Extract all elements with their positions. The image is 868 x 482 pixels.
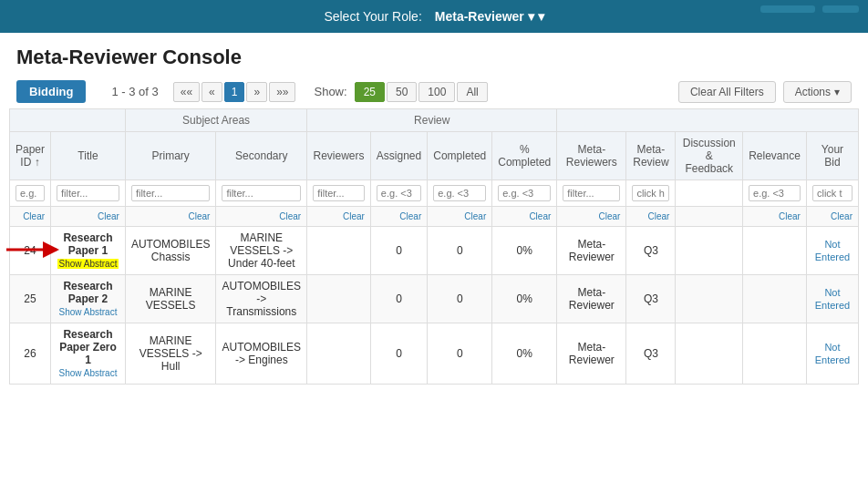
show-abstract-1[interactable]: Show Abstract <box>57 259 119 269</box>
clear-paper-id[interactable]: Clear <box>10 207 51 227</box>
cell-completed-2: 0 <box>428 275 492 323</box>
clear-title[interactable]: Clear <box>51 207 126 227</box>
filter-paper-id-input[interactable] <box>16 185 45 201</box>
filter-completed-input[interactable] <box>433 185 486 201</box>
paper-title-3: Research Paper Zero 1 <box>59 328 117 366</box>
actions-chevron-icon: ▾ <box>834 86 840 98</box>
clear-meta-review-link[interactable]: Clear <box>632 211 669 221</box>
filter-title-input[interactable] <box>57 185 119 201</box>
clear-completed-link[interactable]: Clear <box>433 211 486 221</box>
clear-pct-link[interactable]: Clear <box>498 211 551 221</box>
show-label: Show: <box>314 85 346 98</box>
clear-your-bid-link[interactable]: Clear <box>812 211 852 221</box>
cell-completed-3: 0 <box>428 323 492 385</box>
filter-relevance-input[interactable] <box>749 185 801 201</box>
cell-assigned-1: 0 <box>370 227 427 275</box>
filter-pct[interactable] <box>492 180 557 207</box>
clear-primary-link[interactable]: Clear <box>131 211 210 221</box>
clear-all-filters-button[interactable]: Clear All Filters <box>678 81 776 103</box>
bidding-tab-button[interactable]: Bidding <box>16 80 86 103</box>
header-primary: Primary <box>125 132 215 180</box>
show-50-btn[interactable]: 50 <box>387 82 417 102</box>
pager-next[interactable]: » <box>246 82 267 102</box>
filter-your-bid-input[interactable] <box>812 185 852 201</box>
header-title: Title <box>51 132 126 180</box>
group-header-subject-areas: Subject Areas <box>125 109 306 132</box>
clear-meta-review[interactable]: Clear <box>626 207 676 227</box>
filter-meta-review-input[interactable] <box>632 185 669 201</box>
pager-first[interactable]: «« <box>173 82 200 102</box>
filter-assigned-input[interactable] <box>377 185 421 201</box>
cell-your-bid-3[interactable]: Not Entered <box>806 323 858 385</box>
extra-btn[interactable] <box>822 5 859 13</box>
show-100-btn[interactable]: 100 <box>418 82 455 102</box>
cell-discussion-2 <box>676 275 743 323</box>
filter-relevance[interactable] <box>743 180 807 207</box>
filter-discussion <box>676 180 743 207</box>
filter-reviewers-input[interactable] <box>313 185 365 201</box>
show-abstract-3[interactable]: Show Abstract <box>59 368 118 378</box>
cell-meta-reviewers-2: Meta-Reviewer <box>557 275 626 323</box>
cell-meta-review-3: Q3 <box>626 323 676 385</box>
clear-assigned[interactable]: Clear <box>370 207 427 227</box>
show-all-btn[interactable]: All <box>457 82 487 102</box>
filter-your-bid[interactable] <box>806 180 858 207</box>
cell-title-3: Research Paper Zero 1 Show Abstract <box>51 323 126 385</box>
pager-page-1[interactable]: 1 <box>224 82 245 102</box>
cell-primary-2: MARINE VESSELS <box>125 275 215 323</box>
cell-your-bid-2[interactable]: Not Entered <box>806 275 858 323</box>
filter-assigned[interactable] <box>370 180 427 207</box>
cell-relevance-3 <box>743 323 807 385</box>
filter-pct-input[interactable] <box>498 185 551 201</box>
cell-paper-id-3: 26 <box>10 323 51 385</box>
cell-your-bid-1[interactable]: Not Entered <box>806 227 858 275</box>
show-25-btn[interactable]: 25 <box>355 82 385 102</box>
cell-relevance-1 <box>743 227 807 275</box>
filter-reviewers[interactable] <box>307 180 371 207</box>
cell-reviewers-3 <box>307 323 371 385</box>
cell-primary-3: MARINE VESSELS -> Hull <box>125 323 215 385</box>
clear-completed[interactable]: Clear <box>428 207 492 227</box>
show-abstract-2[interactable]: Show Abstract <box>59 307 118 317</box>
clear-assigned-link[interactable]: Clear <box>377 211 421 221</box>
clear-secondary[interactable]: Clear <box>216 207 307 227</box>
clear-paper-id-link[interactable]: Clear <box>16 211 45 221</box>
clear-meta-reviewers-link[interactable]: Clear <box>563 211 620 221</box>
pager-last[interactable]: »» <box>269 82 295 102</box>
clear-reviewers[interactable]: Clear <box>307 207 371 227</box>
clear-primary[interactable]: Clear <box>125 207 215 227</box>
role-dropdown[interactable]: Meta-Reviewer ▾ <box>435 9 544 24</box>
filter-meta-review[interactable] <box>626 180 676 207</box>
filter-meta-reviewers-input[interactable] <box>563 185 620 201</box>
cell-meta-review-1: Q3 <box>626 227 676 275</box>
filter-paper-id[interactable] <box>10 180 51 207</box>
filter-secondary-input[interactable] <box>222 185 301 201</box>
filter-secondary[interactable] <box>216 180 307 207</box>
filter-meta-reviewers[interactable] <box>557 180 626 207</box>
cell-assigned-3: 0 <box>370 323 427 385</box>
paper-title-1: Research Paper 1 <box>63 231 112 257</box>
filter-primary-input[interactable] <box>131 185 210 201</box>
actions-dropdown-button[interactable]: Actions ▾ <box>783 81 852 103</box>
clear-secondary-link[interactable]: Clear <box>222 211 301 221</box>
clear-title-link[interactable]: Clear <box>57 211 119 221</box>
cell-title-1: Research Paper 1 Show Abstract <box>51 227 126 275</box>
clear-relevance[interactable]: Clear <box>743 207 807 227</box>
filter-completed[interactable] <box>428 180 492 207</box>
group-header-review: Review <box>307 109 557 132</box>
clear-your-bid[interactable]: Clear <box>806 207 858 227</box>
user-account-btn[interactable] <box>760 5 815 13</box>
clear-meta-reviewers[interactable]: Clear <box>557 207 626 227</box>
filter-title[interactable] <box>51 180 126 207</box>
cell-secondary-2: AUTOMOBILES -> Transmissions <box>216 275 307 323</box>
clear-pct[interactable]: Clear <box>492 207 557 227</box>
filter-primary[interactable] <box>125 180 215 207</box>
clear-reviewers-link[interactable]: Clear <box>313 211 365 221</box>
cell-meta-reviewers-3: Meta-Reviewer <box>557 323 626 385</box>
pager-prev[interactable]: « <box>202 82 222 102</box>
cell-completed-1: 0 <box>428 227 492 275</box>
header-paper-id: Paper ID ↑ <box>10 132 51 180</box>
cell-secondary-3: AUTOMOBILES -> Engines <box>216 323 307 385</box>
header-completed: Completed <box>428 132 492 180</box>
clear-relevance-link[interactable]: Clear <box>749 211 801 221</box>
